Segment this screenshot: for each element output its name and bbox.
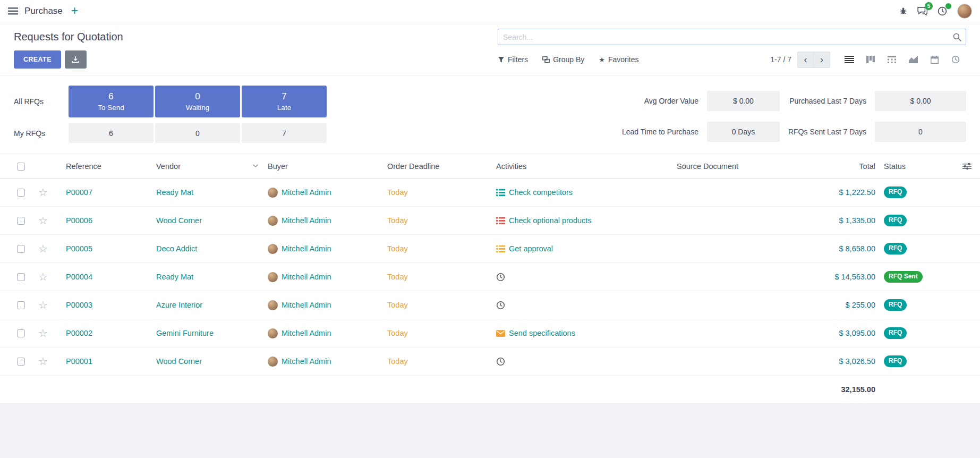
kanban-view-button[interactable]	[860, 51, 881, 68]
search-icon[interactable]	[953, 33, 961, 41]
purchase-stats: Avg Order Value $ 0.00 Purchased Last 7 …	[622, 86, 966, 143]
row-checkbox[interactable]	[17, 217, 25, 225]
kpi-waiting[interactable]: 0 Waiting	[155, 86, 240, 117]
buyer-link[interactable]: Mitchell Admin	[282, 357, 331, 366]
reference-link[interactable]: P00007	[66, 188, 92, 197]
rfqs-sent-last7-value: 0	[875, 122, 966, 142]
favorite-star-icon[interactable]: ☆	[38, 327, 48, 339]
header-source-document[interactable]: Source Document	[672, 154, 805, 179]
reference-link[interactable]: P00002	[66, 329, 92, 337]
vendor-link[interactable]: Wood Corner	[156, 216, 202, 225]
activity-icon[interactable]	[496, 217, 505, 225]
activity-icon[interactable]	[496, 357, 505, 366]
kpi-late[interactable]: 7 Late	[242, 86, 327, 117]
favorites-menu[interactable]: ★ Favorites	[599, 55, 638, 64]
debug-bug-icon[interactable]	[899, 7, 907, 15]
calendar-view-button[interactable]	[924, 51, 945, 68]
select-all-checkbox[interactable]	[17, 163, 25, 171]
all-rfqs-label: All RFQs	[14, 97, 67, 106]
header-activities[interactable]: Activities	[492, 154, 672, 179]
pivot-view-button[interactable]	[881, 51, 902, 68]
messages-icon[interactable]: 5	[917, 6, 927, 15]
vendor-link[interactable]: Wood Corner	[156, 357, 202, 366]
kpi-to-send[interactable]: 6 To Send	[69, 86, 154, 117]
my-waiting[interactable]: 0	[155, 123, 240, 143]
favorite-star-icon[interactable]: ☆	[38, 355, 48, 367]
table-row[interactable]: ☆ P00003 Azure Interior Mitchell Admin T…	[0, 291, 980, 319]
view-switcher	[839, 51, 966, 68]
reference-link[interactable]: P00006	[66, 216, 92, 225]
reference-link[interactable]: P00004	[66, 273, 92, 281]
row-checkbox[interactable]	[17, 273, 25, 281]
create-button[interactable]: CREATE	[14, 50, 61, 69]
activity-icon[interactable]	[496, 301, 505, 310]
activity-label[interactable]: Check competitors	[509, 188, 573, 197]
reference-link[interactable]: P00001	[66, 357, 92, 366]
export-button[interactable]	[65, 50, 87, 69]
apps-menu-icon[interactable]	[8, 7, 18, 15]
buyer-link[interactable]: Mitchell Admin	[282, 216, 331, 225]
reference-link[interactable]: P00003	[66, 301, 92, 309]
header-status[interactable]: Status	[880, 154, 954, 179]
vendor-link[interactable]: Azure Interior	[156, 301, 202, 309]
activity-label[interactable]: Send specifications	[509, 329, 575, 337]
search-input[interactable]	[498, 29, 966, 45]
activity-view-button[interactable]	[945, 51, 966, 68]
buyer-link[interactable]: Mitchell Admin	[282, 244, 331, 253]
header-reference[interactable]: Reference	[62, 154, 152, 179]
app-name[interactable]: Purchase	[24, 6, 63, 16]
activity-icon[interactable]	[496, 273, 505, 282]
new-tab-plus-icon[interactable]: +	[71, 5, 78, 17]
favorite-star-icon[interactable]: ☆	[38, 271, 48, 283]
pager-previous-button[interactable]: ‹	[797, 52, 814, 68]
vendor-link[interactable]: Ready Mat	[156, 188, 193, 197]
buyer-link[interactable]: Mitchell Admin	[282, 188, 331, 197]
row-checkbox[interactable]	[17, 301, 25, 309]
user-avatar[interactable]	[957, 4, 972, 19]
my-late[interactable]: 7	[242, 123, 327, 143]
header-vendor[interactable]: Vendor	[152, 154, 263, 179]
list-view-button[interactable]	[839, 51, 860, 68]
activities-clock-icon[interactable]	[938, 6, 947, 16]
buyer-link[interactable]: Mitchell Admin	[282, 301, 331, 309]
header-order-deadline[interactable]: Order Deadline	[383, 154, 492, 179]
row-checkbox[interactable]	[17, 245, 25, 253]
search-bar	[498, 29, 966, 45]
waiting-label: Waiting	[186, 104, 210, 112]
vendor-link[interactable]: Gemini Furniture	[156, 329, 214, 337]
pager-next-button[interactable]: ›	[814, 52, 830, 68]
table-row[interactable]: ☆ P00004 Ready Mat Mitchell Admin Today …	[0, 263, 980, 291]
buyer-avatar	[268, 357, 278, 367]
header-total[interactable]: Total	[805, 154, 880, 179]
favorite-star-icon[interactable]: ☆	[38, 215, 48, 226]
row-checkbox[interactable]	[17, 189, 25, 197]
filters-menu[interactable]: Filters	[498, 55, 528, 64]
buyer-link[interactable]: Mitchell Admin	[282, 329, 331, 337]
late-label: Late	[277, 104, 291, 112]
favorite-star-icon[interactable]: ☆	[38, 299, 48, 311]
favorite-star-icon[interactable]: ☆	[38, 186, 48, 198]
vendor-link[interactable]: Deco Addict	[156, 244, 197, 253]
row-checkbox[interactable]	[17, 329, 25, 337]
buyer-link[interactable]: Mitchell Admin	[282, 273, 331, 281]
table-row[interactable]: ☆ P00002 Gemini Furniture Mitchell Admin…	[0, 319, 980, 347]
table-row[interactable]: ☆ P00001 Wood Corner Mitchell Admin Toda…	[0, 347, 980, 376]
row-checkbox[interactable]	[17, 358, 25, 366]
activity-label[interactable]: Get approval	[509, 244, 553, 253]
favorite-star-icon[interactable]: ☆	[38, 243, 48, 255]
activity-icon[interactable]	[496, 189, 505, 197]
reference-link[interactable]: P00005	[66, 244, 92, 253]
table-row[interactable]: ☆ P00005 Deco Addict Mitchell Admin Toda…	[0, 235, 980, 263]
graph-view-button[interactable]	[902, 51, 924, 68]
activity-icon[interactable]	[496, 330, 505, 337]
total-amount: $ 14,563.00	[834, 273, 875, 281]
header-buyer[interactable]: Buyer	[263, 154, 383, 179]
activity-label[interactable]: Check optional products	[509, 216, 592, 225]
group-by-menu[interactable]: Group By	[542, 55, 584, 64]
optional-columns-icon[interactable]	[958, 163, 976, 170]
table-row[interactable]: ☆ P00007 Ready Mat Mitchell Admin Today …	[0, 179, 980, 207]
vendor-link[interactable]: Ready Mat	[156, 273, 193, 281]
activity-icon[interactable]	[496, 245, 505, 253]
my-to-send[interactable]: 6	[69, 123, 154, 143]
table-row[interactable]: ☆ P00006 Wood Corner Mitchell Admin Toda…	[0, 207, 980, 235]
